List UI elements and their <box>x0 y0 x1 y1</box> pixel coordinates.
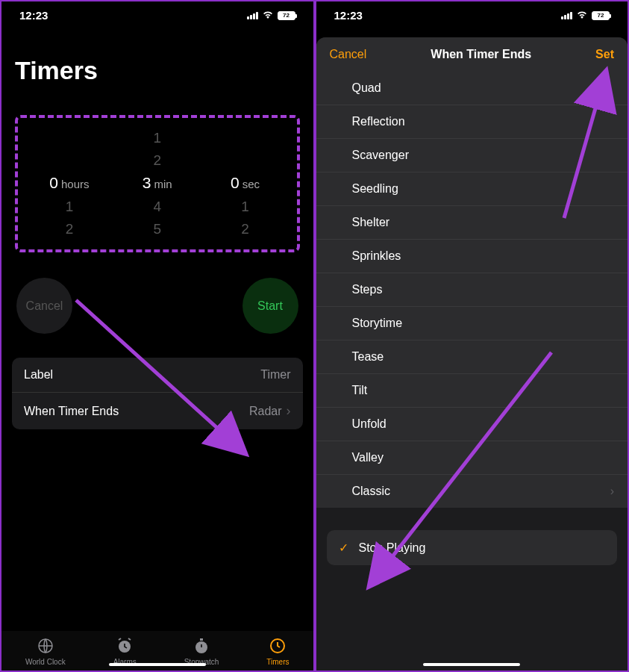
sound-row[interactable]: Reflection <box>316 105 628 139</box>
modal-header: Cancel When Timer Ends Set <box>316 37 628 72</box>
picker-hours[interactable]: 0hours 1 2 <box>26 127 113 240</box>
start-button[interactable]: Start <box>242 278 298 334</box>
globe-icon <box>37 637 54 655</box>
cancel-button[interactable]: Cancel <box>16 278 72 334</box>
chevron-right-icon: › <box>610 485 614 498</box>
chevron-right-icon: › <box>287 403 291 419</box>
cancel-button[interactable]: Cancel <box>330 48 367 61</box>
sound-row-classic[interactable]: Classic› <box>316 475 628 508</box>
status-bar: 12:23 72 <box>1 1 313 26</box>
timer-icon <box>269 637 287 655</box>
set-button[interactable]: Set <box>595 48 614 61</box>
tab-stopwatch[interactable]: Stopwatch <box>184 637 219 666</box>
ends-value: Radar <box>249 405 282 418</box>
svg-rect-3 <box>200 638 203 641</box>
stopwatch-icon <box>193 637 210 655</box>
status-bar: 12:23 72 <box>316 1 628 26</box>
picker-seconds[interactable]: 0sec 1 2 <box>201 127 289 240</box>
timer-settings: Label Timer When Timer Ends Radar› <box>12 358 303 429</box>
sound-list[interactable]: Quad Reflection Scavenger Seedling Shelt… <box>316 72 628 508</box>
sound-row[interactable]: Sprinkles <box>316 240 628 273</box>
phone-right-sounds: 12:23 72 Cancel When Timer Ends Set Quad… <box>316 1 628 671</box>
alarm-icon <box>116 637 134 655</box>
status-time: 12:23 <box>19 9 48 22</box>
battery-icon: 72 <box>592 11 610 20</box>
ends-title: When Timer Ends <box>24 405 119 418</box>
sound-row[interactable]: Valley <box>316 441 628 475</box>
phone-left-timers: 12:23 72 Timers 0hours 1 2 1 2 3min 4 <box>1 1 313 671</box>
sound-row[interactable]: Tilt <box>316 374 628 408</box>
sound-row[interactable]: Shelter <box>316 206 628 240</box>
sound-row[interactable]: Scavenger <box>316 139 628 172</box>
sound-row[interactable]: Quad <box>316 72 628 105</box>
battery-icon: 72 <box>278 11 295 20</box>
check-icon: ✓ <box>339 541 348 555</box>
sound-row[interactable]: Seedling <box>316 172 628 206</box>
tab-alarms[interactable]: Alarms <box>113 637 137 666</box>
time-picker[interactable]: 0hours 1 2 1 2 3min 4 5 0sec 1 2 <box>15 115 300 252</box>
sound-row[interactable]: Tease <box>316 340 628 374</box>
cellular-icon <box>247 12 258 19</box>
home-indicator[interactable] <box>109 663 206 666</box>
tab-timers[interactable]: Timers <box>266 637 289 666</box>
page-title: Timers <box>1 26 313 100</box>
wifi-icon <box>576 10 588 22</box>
stop-playing-row[interactable]: ✓ Stop Playing <box>327 530 618 565</box>
label-title: Label <box>24 368 53 382</box>
sound-row[interactable]: Unfold <box>316 408 628 441</box>
sound-row[interactable]: Storytime <box>316 307 628 340</box>
label-row[interactable]: Label Timer <box>12 358 303 393</box>
tab-bar: World Clock Alarms Stopwatch Timers <box>1 631 313 671</box>
sound-picker-modal: Cancel When Timer Ends Set Quad Reflecti… <box>316 37 628 671</box>
wifi-icon <box>262 10 274 22</box>
when-timer-ends-row[interactable]: When Timer Ends Radar› <box>12 393 303 429</box>
stop-playing-label: Stop Playing <box>359 541 426 555</box>
action-buttons: Cancel Start <box>1 267 313 344</box>
label-value: Timer <box>260 368 290 382</box>
cellular-icon <box>561 12 572 19</box>
tab-world-clock[interactable]: World Clock <box>25 637 66 666</box>
status-indicators: 72 <box>561 10 610 22</box>
home-indicator[interactable] <box>423 663 520 666</box>
modal-title: When Timer Ends <box>431 48 531 61</box>
sound-row[interactable]: Steps <box>316 273 628 307</box>
picker-minutes[interactable]: 1 2 3min 4 5 <box>113 127 201 240</box>
status-indicators: 72 <box>247 10 295 22</box>
status-time: 12:23 <box>334 9 363 22</box>
